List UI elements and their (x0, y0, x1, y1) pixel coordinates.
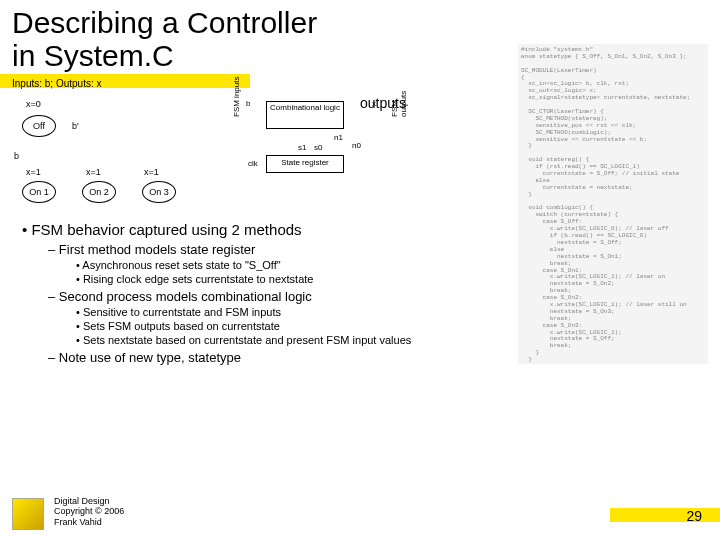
combinational-logic-box: Combinational logic (266, 101, 344, 129)
wire-x: x (372, 99, 376, 108)
label-bprime: b' (72, 121, 79, 131)
footer-credit: Digital Design Copyright © 2006 Frank Va… (54, 496, 124, 528)
footer-l1: Digital Design (54, 496, 110, 506)
wire-s0: s0 (314, 143, 322, 152)
fsm-state-diagram: x=0 Off b' b x=1 x=1 x=1 On 1 On 2 On 3 (12, 93, 222, 213)
label-x1-c: x=1 (144, 167, 159, 177)
state-off: Off (22, 115, 56, 137)
title-line-2: in System.C (12, 39, 174, 72)
wire-n0: n0 (352, 141, 361, 150)
outputs-text: outputs (360, 95, 406, 111)
fsm-inputs-label: FSM inputs (232, 77, 241, 117)
footer-l2: Copyright © 2006 (54, 506, 124, 516)
wire-b: b (246, 99, 250, 108)
code-listing: #include "systemc.h" enum statetype { S_… (518, 44, 708, 364)
page-number: 29 (686, 508, 702, 524)
wire-n1: n1 (334, 133, 343, 142)
footer-accent (610, 508, 720, 522)
footer-l3: Frank Vahid (54, 517, 102, 527)
wire-clk: clk (248, 159, 258, 168)
logo-icon (12, 498, 44, 530)
slide: Describing a Controller in System.C Inpu… (0, 0, 720, 540)
state-on3: On 3 (142, 181, 176, 203)
label-x1-b: x=1 (86, 167, 101, 177)
label-x0: x=0 (26, 99, 41, 109)
fsm-block-diagram: FSM inputs FSM outputs outputs b x Combi… (234, 93, 399, 213)
wire-s1: s1 (298, 143, 306, 152)
label-b: b (14, 151, 19, 161)
state-on2: On 2 (82, 181, 116, 203)
label-x1-a: x=1 (26, 167, 41, 177)
title-line-1: Describing a Controller (12, 6, 317, 39)
state-register-box: State register (266, 155, 344, 173)
state-on1: On 1 (22, 181, 56, 203)
